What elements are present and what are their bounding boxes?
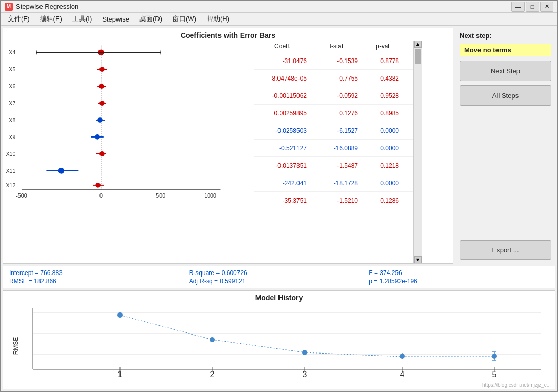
svg-text:X5: X5 [9,66,15,72]
main-window: M Stepwise Regression — □ ✕ 文件(F) 编辑(E) … [0,0,558,392]
td-pval: 0.8778 [362,57,403,65]
svg-text:X7: X7 [9,100,15,106]
menu-window[interactable]: 窗口(W) [167,13,202,25]
td-tstat: 0.1276 [311,110,362,117]
td-tstat: -18.1728 [311,180,362,187]
svg-point-25 [99,101,105,106]
td-pval: 0.0000 [362,127,403,134]
td-pval: 0.0000 [362,180,403,187]
stat-p: p = 1.28592e-196 [369,278,549,285]
history-point-2 [210,337,215,342]
model-history-title: Model History [3,291,555,303]
svg-text:X12: X12 [6,182,15,188]
menu-file[interactable]: 文件(F) [3,13,35,25]
stat-rmse: RMSE = 182.866 [9,278,189,285]
scroll-up-arrow[interactable]: ▲ [414,41,422,48]
td-tstat: -0.1539 [311,57,362,65]
svg-text:X9: X9 [9,134,15,140]
menu-help[interactable]: 帮助(H) [202,13,234,25]
td-tstat: 0.7755 [311,75,362,82]
next-step-button[interactable]: Next Step [460,61,551,81]
next-step-label: Next step: [460,32,551,40]
td-tstat: -1.5487 [311,162,362,169]
stat-intercept: Intercept = 766.883 [9,269,189,277]
header-tstat: t-stat [311,43,362,50]
scroll-down-arrow[interactable]: ▼ [414,256,422,263]
all-steps-button[interactable]: All Steps [460,85,551,106]
table-scroll[interactable]: -31.0476 -0.1539 0.8778 8.04748e-05 0.77… [254,52,413,263]
menu-tools[interactable]: 工具(I) [67,13,97,25]
history-point-1 [117,312,123,318]
svg-point-27 [97,117,103,123]
svg-text:X6: X6 [9,83,15,89]
stat-adj-rsq: Adj R-sq = 0.599121 [189,278,369,285]
svg-text:X11: X11 [6,168,15,174]
header-pval: p-val [362,43,403,50]
table-row: -0.521127 -16.0889 0.0000 [254,140,413,157]
td-coeff: -35.3751 [254,197,311,204]
table-scrollbar[interactable]: ▲ ▼ [413,41,422,263]
td-pval: 0.4382 [362,75,403,82]
td-coeff: 8.04748e-05 [254,75,311,82]
table-row: -242.041 -18.1728 0.0000 [254,174,413,192]
svg-point-21 [99,67,105,72]
table-header: Coeff. t-stat p-val [254,41,413,52]
menu-edit[interactable]: 编辑(E) [35,13,67,25]
td-coeff: -31.0476 [254,57,311,65]
coeff-plot: -500 0 500 1000 X4 X5 X6 X7 X8 X9 X10 [3,41,254,263]
td-tstat: -0.0592 [311,92,362,100]
history-svg: 300 250 200 1 2 3 4 5 [29,303,550,377]
td-pval: 0.1218 [362,162,403,169]
move-no-terms-badge: Move no terms [460,44,551,56]
svg-point-29 [95,134,100,140]
stats-row-2: RMSE = 182.866 Adj R-sq = 0.599121 p = 1… [9,278,549,285]
td-coeff: -242.041 [254,180,311,187]
watermark: https://blog.csdn.net/mjzjz_c... [482,382,551,388]
table-row: 8.04748e-05 0.7755 0.4382 [254,70,413,87]
table-row: -0.0258503 -6.1527 0.0000 [254,122,413,140]
svg-text:0: 0 [99,192,103,199]
svg-text:-500: -500 [16,192,27,199]
svg-point-35 [95,183,101,188]
svg-text:1000: 1000 [204,192,216,199]
maximize-button[interactable]: □ [526,2,539,12]
minimize-button[interactable]: — [511,2,525,12]
td-coeff: -0.0137351 [254,162,311,169]
table-row: -0.00115062 -0.0592 0.9528 [254,87,413,105]
svg-point-31 [99,151,105,156]
menu-stepwise[interactable]: Stepwise [97,14,134,25]
export-button[interactable]: Export ... [460,240,551,260]
main-content: Coefficients with Error Bars -500 0 500 [1,26,557,391]
close-button[interactable]: ✕ [540,2,553,12]
header-coeff: Coeff. [254,43,311,50]
menu-bar: 文件(F) 编辑(E) 工具(I) Stepwise 桌面(D) 窗口(W) 帮… [1,13,557,26]
td-tstat: -6.1527 [311,127,362,134]
td-pval: 0.8985 [362,110,403,117]
td-pval: 0.9528 [362,92,403,100]
chart-title: Coefficients with Error Bars [3,28,453,41]
menu-desktop[interactable]: 桌面(D) [134,13,167,25]
table-row: -0.0137351 -1.5487 0.1218 [254,157,413,174]
scroll-thumb[interactable] [415,49,421,64]
svg-text:X10: X10 [6,151,15,157]
chart-area: Coefficients with Error Bars -500 0 500 [3,28,453,264]
td-coeff: 0.00259895 [254,110,311,117]
svg-text:500: 500 [156,192,165,199]
right-panel: Next step: Move no terms Next Step All S… [455,28,555,264]
model-history-chart: Model History 300 250 200 1 [3,290,555,389]
window-controls: — □ ✕ [511,2,553,12]
y-axis-label: RMSE [12,337,19,355]
td-pval: 0.1286 [362,197,403,204]
stats-row-1: Intercept = 766.883 R-square = 0.600726 … [9,269,549,277]
stat-f: F = 374.256 [369,269,549,277]
coeff-svg: -500 0 500 1000 X4 X5 X6 X7 X8 X9 X10 [3,41,229,200]
td-coeff: -0.0258503 [254,127,311,134]
td-pval: 0.0000 [362,145,403,152]
svg-text:X4: X4 [9,49,15,55]
title-bar-left: M Stepwise Regression [5,3,78,11]
table-row: 0.00259895 0.1276 0.8985 [254,105,413,122]
svg-point-23 [99,84,104,89]
td-coeff: -0.521127 [254,145,311,152]
coeff-table: Coeff. t-stat p-val -31.0476 -0.1539 0.8… [254,41,413,263]
history-chart-inner: 300 250 200 1 2 3 4 5 [3,303,555,389]
